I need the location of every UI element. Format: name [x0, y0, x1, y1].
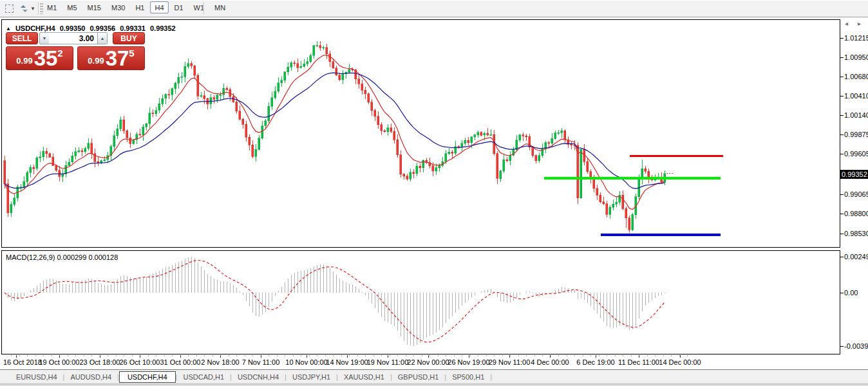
candle-body — [268, 106, 270, 120]
timeframe-button-m1[interactable]: M1 — [42, 1, 61, 14]
price-axis-label: 0.99605 — [844, 150, 868, 158]
time-major-tick — [180, 355, 181, 358]
volume-decrease-button[interactable]: ▼ — [39, 32, 50, 44]
time-minor-tick — [148, 355, 149, 356]
timeframe-button-d1[interactable]: D1 — [170, 1, 188, 14]
candle-body — [400, 155, 402, 174]
volume-increase-button[interactable]: ▲ — [97, 32, 108, 44]
chart-tab-usdcad[interactable]: USDCAD,H1 — [177, 372, 230, 382]
candle-body — [474, 135, 476, 137]
time-axis-label: 2 Nov 18:00 — [201, 358, 239, 366]
toolbar-separator — [203, 2, 204, 15]
time-major-tick — [347, 355, 348, 358]
sell-price-pip: 2 — [57, 48, 62, 59]
macd-canvas[interactable] — [2, 251, 840, 354]
sort-arrows-icon[interactable] — [19, 3, 30, 14]
sort-arrows-glyph — [19, 4, 29, 14]
timeframe-button-h4[interactable]: H4 — [150, 1, 168, 14]
time-minor-tick — [156, 355, 156, 356]
candle-body — [435, 168, 437, 171]
time-minor-tick — [43, 355, 44, 356]
chart-tab-usdcnh[interactable]: USDCNH,H4 — [232, 372, 285, 382]
buy-price-button[interactable]: 0.99375 — [77, 46, 145, 70]
candle-body — [88, 143, 90, 149]
time-minor-tick — [124, 355, 124, 356]
time-minor-tick — [406, 355, 406, 356]
time-minor-tick — [196, 355, 197, 356]
time-axis-label: 10 Nov 00:00 — [285, 358, 327, 366]
candle-body — [81, 151, 83, 152]
time-minor-tick — [478, 355, 478, 356]
candle-body — [348, 69, 350, 73]
buy-price-prefix: 0.99 — [88, 55, 104, 68]
macd-pane[interactable]: MACD(12,26,9) 0.000299 0.000128 — [1, 250, 840, 354]
chart-tab-gbpusd[interactable]: GBPUSD,H1 — [392, 372, 445, 382]
candle-body — [329, 54, 331, 62]
candle-body — [175, 83, 176, 89]
candle-body — [522, 135, 524, 136]
buy-button[interactable]: BUY — [113, 32, 145, 44]
candle-body — [451, 152, 453, 153]
time-major-tick — [388, 355, 388, 358]
axis-tick — [840, 346, 844, 347]
candle-body — [300, 66, 302, 68]
candle-body — [155, 111, 157, 114]
time-minor-tick — [35, 355, 36, 356]
candle-body — [606, 204, 608, 214]
sell-button[interactable]: SELL — [6, 32, 38, 44]
timeframe-button-m15[interactable]: M15 — [83, 1, 106, 14]
time-minor-tick — [245, 355, 245, 356]
timeframe-button-h1[interactable]: H1 — [131, 1, 149, 14]
selection-tool-icon[interactable] — [4, 3, 15, 14]
time-minor-tick — [365, 355, 366, 356]
candle-body — [184, 66, 186, 77]
candle-body — [484, 133, 486, 135]
dropdown-caret-icon[interactable]: ▼ — [30, 3, 36, 14]
time-minor-tick — [381, 355, 382, 356]
chart-tab-usdchf[interactable]: USDCHF,H4 — [119, 371, 176, 383]
axis-tick — [840, 96, 844, 96]
macd-signal-line — [5, 261, 665, 342]
candle-body — [467, 140, 469, 143]
main-chart-pane[interactable]: ▲ USDCHF,H4 0.99350 0.99356 0.99331 0.99… — [1, 19, 840, 248]
time-minor-tick — [293, 355, 294, 356]
timeframe-button-mn[interactable]: MN — [210, 1, 230, 14]
tab-scroll-left-icon[interactable]: ◂ — [845, 20, 848, 27]
time-major-tick — [100, 355, 100, 358]
candle-body — [168, 95, 170, 95]
time-axis-label: 7 Nov 11:00 — [242, 358, 280, 366]
tab-scroll-right-icon[interactable]: ▸ — [858, 20, 861, 27]
sell-price-prefix: 0.99 — [16, 55, 32, 68]
time-axis-label: 19 Nov 11:00 — [367, 358, 409, 366]
collapse-panel-icon[interactable]: ▲ — [6, 26, 11, 32]
timeframe-button-m5[interactable]: M5 — [62, 1, 81, 14]
chart-tab-xauusd[interactable]: XAUUSD,H1 — [338, 372, 390, 382]
candle-body — [323, 48, 325, 48]
time-minor-tick — [317, 355, 317, 356]
time-major-tick — [639, 355, 639, 358]
time-axis: 16 Oct 201819 Oct 00:0023 Oct 18:0026 Oc… — [1, 355, 840, 369]
sell-price-button[interactable]: 0.99352 — [6, 46, 73, 70]
timeframe-button-w1[interactable]: W1 — [189, 1, 209, 14]
candle-body — [596, 188, 598, 195]
timeframe-button-m30[interactable]: M30 — [107, 1, 129, 14]
candle-body — [42, 151, 44, 157]
candle-body — [178, 77, 180, 83]
candle-body — [535, 156, 537, 161]
time-minor-tick — [236, 355, 237, 356]
time-major-tick — [16, 355, 17, 358]
volume-input[interactable]: 3.00 — [49, 32, 98, 44]
chart-tab-sp500[interactable]: SP500,H1 — [446, 372, 490, 382]
candle-body — [274, 91, 276, 98]
chart-tab-usdjpy[interactable]: USDJPY,H1 — [287, 372, 336, 382]
time-axis-label: 14 Dec 00:00 — [659, 358, 701, 366]
price-axis-label: 0.99875 — [844, 131, 868, 138]
chart-tab-audusd[interactable]: AUDUSD,H4 — [64, 372, 117, 382]
candle-body — [287, 67, 289, 71]
candle-body — [313, 46, 315, 55]
candle-body — [471, 137, 473, 143]
time-major-tick — [140, 355, 140, 358]
chart-tab-eurusd[interactable]: EURUSD,H4 — [10, 372, 63, 382]
close-value: 0.99352 — [150, 24, 176, 32]
candle-body — [525, 136, 527, 136]
